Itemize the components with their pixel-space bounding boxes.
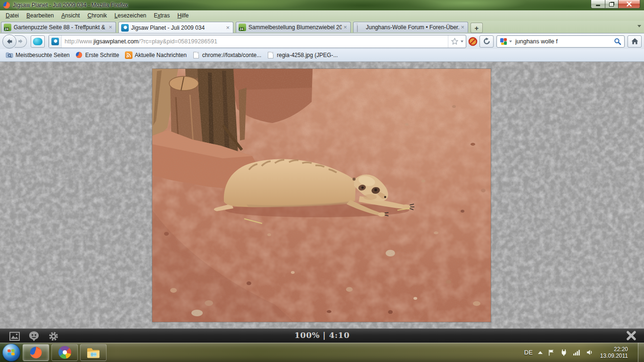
site-favicon-puzzle <box>49 35 62 48</box>
tab-close-icon[interactable]: × <box>459 24 466 31</box>
taskbar-firefox-button[interactable] <box>23 344 49 361</box>
search-engine-dropdown-icon[interactable] <box>509 41 512 42</box>
taskbar-clock[interactable]: 22:20 13.09.2011 <box>600 346 628 359</box>
close-x-icon <box>626 330 636 341</box>
menu-chronik[interactable]: Chronik <box>83 11 110 20</box>
garden24-favicon: 24 <box>239 24 246 31</box>
location-bar[interactable]: http://www.jigsawplanet.com/?rc=play&pid… <box>49 35 466 48</box>
adblock-button[interactable] <box>467 35 479 48</box>
menubar: Datei Bearbeiten Ansicht Chronik Lesezei… <box>0 10 644 21</box>
search-bar[interactable] <box>496 35 625 48</box>
url-text[interactable]: http://www.jigsawplanet.com/?rc=play&pid… <box>62 38 448 45</box>
show-desktop-button[interactable] <box>638 343 644 362</box>
taskbar-explorer-button[interactable] <box>80 344 107 361</box>
desktop-screen: Jigsaw Planet - Juli 2009 034 - Mozilla … <box>0 0 644 362</box>
ghost-preview-button[interactable] <box>28 330 40 342</box>
reload-icon <box>483 37 491 45</box>
show-image-button[interactable] <box>8 330 21 342</box>
google-icon[interactable] <box>500 38 507 45</box>
bookmarks-toolbar: Meistbesuchte Seiten Erste Schritte Aktu… <box>0 49 644 62</box>
network-signal-icon[interactable] <box>573 349 581 356</box>
system-tray: DE 22:20 13.09. <box>524 343 644 362</box>
garden24-favicon: 24 <box>4 24 11 31</box>
clock-time: 22:20 <box>600 346 628 353</box>
tab-gartenpuzzle[interactable]: 24 Gartenpuzzle Seite 88 - Treffpunkt & … <box>1 22 116 33</box>
bookmark-foxtab[interactable]: chrome://foxtab/conte... <box>190 50 264 60</box>
page-icon <box>268 52 273 58</box>
language-indicator[interactable]: DE <box>524 349 533 356</box>
close-window-button[interactable] <box>618 0 640 8</box>
firefox-icon <box>3 1 10 9</box>
search-magnifier-icon[interactable] <box>614 38 621 45</box>
settings-button[interactable] <box>47 330 59 342</box>
action-center-flag-icon[interactable] <box>548 349 555 356</box>
rss-icon <box>125 51 132 59</box>
page-favicon <box>357 23 358 32</box>
taskbar-picasa-button[interactable] <box>51 344 78 361</box>
hidden-icons-caret[interactable] <box>538 351 543 354</box>
star-dropdown-icon[interactable] <box>461 41 463 42</box>
list-all-tabs-icon[interactable] <box>637 25 641 27</box>
menu-extras[interactable]: Extras <box>150 11 173 20</box>
close-puzzle-button[interactable] <box>625 330 637 341</box>
minimize-button[interactable] <box>591 0 605 8</box>
window-titlebar[interactable]: Jigsaw Planet - Juli 2009 034 - Mozilla … <box>0 0 644 10</box>
home-button[interactable] <box>627 35 642 48</box>
window-controls <box>591 0 640 8</box>
puzzle-progress-time: 100% | 4:10 <box>295 330 350 340</box>
windows-flag-icon <box>8 349 15 356</box>
picasa-icon <box>58 346 71 359</box>
puzzle-photo-meerkat[interactable] <box>152 69 491 322</box>
close-icon <box>627 1 632 7</box>
tab-junghans-wolle[interactable]: Junghans-Wolle Forum • Foren-Über... × <box>353 22 468 33</box>
restore-button[interactable] <box>605 0 618 8</box>
new-tab-button[interactable]: + <box>471 23 483 33</box>
ghost-icon <box>29 331 39 342</box>
back-button[interactable] <box>2 34 17 49</box>
search-input[interactable] <box>514 38 614 45</box>
restore-icon <box>609 2 614 7</box>
menu-bearbeiten[interactable]: Bearbeiten <box>23 11 58 20</box>
menu-ansicht[interactable]: Ansicht <box>58 11 83 20</box>
reload-button[interactable] <box>479 35 494 48</box>
forward-arrow-icon <box>17 38 24 44</box>
power-plug-icon[interactable] <box>560 349 568 356</box>
puzzle-favicon <box>121 24 129 32</box>
windows-taskbar: DE 22:20 13.09. <box>0 343 644 362</box>
bookmark-star-button[interactable] <box>448 35 466 48</box>
back-arrow-icon <box>6 38 13 45</box>
clock-date: 13.09.2011 <box>600 353 628 359</box>
smart-folder-icon <box>6 51 13 59</box>
puzzle-board-background <box>0 62 644 329</box>
volume-icon[interactable] <box>586 349 594 356</box>
tab-close-icon[interactable]: × <box>107 24 114 31</box>
bookmark-aktuelle-nachrichten[interactable]: Aktuelle Nachrichten <box>122 50 190 60</box>
bookmark-regia-jpg[interactable]: regia-4258.jpg (JPEG-... <box>264 50 340 60</box>
menu-datei[interactable]: Datei <box>2 11 23 20</box>
tab-close-icon[interactable]: × <box>342 24 348 31</box>
bookmark-meistbesuchte-seiten[interactable]: Meistbesuchte Seiten <box>3 50 73 60</box>
home-icon <box>631 37 639 45</box>
minimize-icon <box>596 5 600 6</box>
bookmark-erste-schritte[interactable]: Erste Schritte <box>73 50 122 60</box>
foxtab-button[interactable] <box>31 35 45 48</box>
start-button[interactable] <box>2 344 20 362</box>
firefox-icon <box>75 51 83 59</box>
menu-hilfe[interactable]: Hilfe <box>173 11 192 20</box>
foxtab-icon <box>33 38 42 45</box>
picture-icon <box>9 332 20 341</box>
navigation-toolbar: http://www.jigsawplanet.com/?rc=play&pid… <box>0 33 644 49</box>
tab-close-icon[interactable]: × <box>224 25 231 31</box>
firefox-icon <box>29 346 42 359</box>
menu-lesezeichen[interactable]: Lesezeichen <box>111 11 150 20</box>
gear-icon <box>48 331 59 342</box>
window-title: Jigsaw Planet - Juli 2009 034 - Mozilla … <box>13 2 128 8</box>
page-icon <box>193 52 199 58</box>
folder-icon <box>86 346 100 359</box>
star-icon <box>451 37 459 45</box>
tab-bar: 24 Gartenpuzzle Seite 88 - Treffpunkt & … <box>0 21 644 33</box>
jigsaw-planet-toolbar: 100% | 4:10 <box>0 329 644 343</box>
tab-sammelbestellung[interactable]: 24 Sammelbestellung Blumenzwiebel 20... … <box>236 22 351 33</box>
block-icon <box>468 37 478 46</box>
tab-jigsaw-planet-active[interactable]: Jigsaw Planet - Juli 2009 034 × <box>118 22 233 33</box>
